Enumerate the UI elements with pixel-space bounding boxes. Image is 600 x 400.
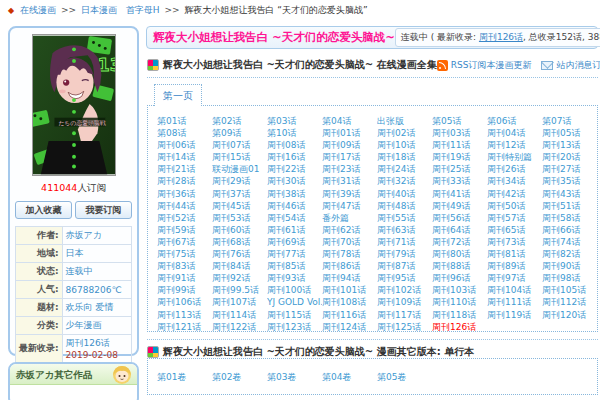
volume-link[interactable]: 第02卷 — [212, 371, 267, 384]
chapter-link[interactable]: 周刊107话 — [212, 296, 267, 308]
chapter-link[interactable]: 周刊特别篇 — [487, 151, 542, 163]
chapter-link[interactable]: 周刊21话 — [157, 163, 212, 175]
chapter-link[interactable]: 周刊53话 — [212, 212, 267, 224]
chapter-link[interactable]: 周刊59话 — [157, 224, 212, 236]
chapter-link[interactable]: 周刊71话 — [377, 236, 432, 248]
chapter-link[interactable]: 第06话 — [487, 115, 542, 127]
chapter-link[interactable]: 周刊02话 — [377, 127, 432, 139]
latest-chapter-link[interactable]: 周刊126话 — [66, 338, 110, 348]
chapter-link[interactable]: 周刊76话 — [212, 248, 267, 260]
chapter-link[interactable]: 周刊68话 — [212, 236, 267, 248]
chapter-link[interactable]: 第05话 — [432, 115, 487, 127]
chapter-link[interactable]: 周刊82话 — [542, 248, 597, 260]
chapter-link[interactable]: 周刊93话 — [267, 272, 322, 284]
chapter-link[interactable]: 周刊74话 — [542, 236, 597, 248]
volume-link[interactable]: 第03卷 — [267, 371, 322, 384]
chapter-link[interactable]: 周刊81话 — [487, 248, 542, 260]
chapter-link[interactable]: 周刊96话 — [432, 272, 487, 284]
chapter-link[interactable]: 周刊32话 — [377, 175, 432, 187]
chapter-link[interactable]: 出张版 — [377, 115, 432, 127]
chapter-link[interactable]: 周刊87话 — [377, 260, 432, 272]
chapter-link[interactable]: 周刊04话 — [487, 127, 542, 139]
chapter-link[interactable]: 周刊05话 — [542, 127, 597, 139]
chapter-link[interactable]: 周刊109话 — [377, 296, 432, 308]
chapter-link[interactable]: 周刊46话 — [267, 200, 322, 212]
chapter-link[interactable]: 周刊06话 — [157, 139, 212, 151]
volume-link[interactable]: 第04卷 — [322, 371, 377, 384]
chapter-link[interactable]: 周刊41话 — [432, 188, 487, 200]
chapter-link[interactable]: 周刊11话 — [432, 139, 487, 151]
add-favorite-button[interactable]: 加入收藏 — [15, 201, 72, 219]
chapter-link[interactable]: 第08话 — [157, 127, 212, 139]
chapter-link[interactable]: 周刊55话 — [377, 212, 432, 224]
chapter-link[interactable]: 周刊19话 — [432, 151, 487, 163]
chapter-link[interactable]: 周刊106话 — [157, 296, 212, 308]
chapter-link[interactable]: 周刊14话 — [157, 151, 212, 163]
chapter-link[interactable]: 周刊22话 — [267, 163, 322, 175]
chapter-link[interactable]: 周刊16话 — [267, 151, 322, 163]
chapter-link[interactable]: 第03话 — [267, 115, 322, 127]
chapter-link[interactable]: 周刊95话 — [377, 272, 432, 284]
chapter-link[interactable]: 周刊48话 — [377, 200, 432, 212]
chapter-link[interactable]: 周刊34话 — [487, 175, 542, 187]
chapter-link[interactable]: 周刊102话 — [377, 284, 432, 296]
chapter-link[interactable]: 周刊30话 — [267, 175, 322, 187]
chapter-link[interactable]: 周刊77话 — [267, 248, 322, 260]
chapter-link[interactable]: 第01话 — [157, 115, 212, 127]
chapter-link[interactable]: 周刊122话 — [212, 321, 267, 333]
chapter-link[interactable]: 周刊108话 — [322, 296, 377, 308]
chapter-link[interactable]: 周刊40话 — [377, 188, 432, 200]
chapter-link[interactable]: 周刊85话 — [267, 260, 322, 272]
chapter-link[interactable]: 周刊111话 — [487, 296, 542, 308]
chapter-link[interactable]: 周刊100话 — [267, 284, 322, 296]
chapter-link[interactable]: 周刊126话 — [432, 321, 487, 333]
chapter-link[interactable]: 周刊99.5话 — [212, 284, 267, 296]
manga-cover-image[interactable]: 13 たちの恋愛頭脳戦 — [32, 34, 116, 176]
chapter-link[interactable]: 周刊101话 — [322, 284, 377, 296]
chapter-link[interactable]: 周刊90话 — [542, 260, 597, 272]
chapter-link[interactable]: 周刊66话 — [542, 224, 597, 236]
chapter-link[interactable]: 周刊45话 — [212, 200, 267, 212]
chapter-link[interactable]: 周刊78话 — [322, 248, 377, 260]
chapter-link[interactable]: 周刊70话 — [322, 236, 377, 248]
chapter-link[interactable]: 周刊07话 — [212, 139, 267, 151]
chapter-link[interactable]: 周刊17话 — [322, 151, 377, 163]
breadcrumb-category-link[interactable]: 日本漫画 — [81, 5, 117, 15]
chapter-link[interactable]: 周刊86话 — [322, 260, 377, 272]
chapter-link[interactable]: 周刊54话 — [267, 212, 322, 224]
chapter-link[interactable]: 周刊125话 — [377, 321, 432, 333]
chapter-link[interactable]: 周刊84话 — [212, 260, 267, 272]
chapter-link[interactable]: 周刊15话 — [212, 151, 267, 163]
chapter-link[interactable]: 联动漫画01 — [212, 163, 267, 175]
chapter-link[interactable]: 周刊27话 — [542, 163, 597, 175]
chapter-link[interactable]: 第02话 — [212, 115, 267, 127]
chapter-link[interactable]: 周刊88话 — [432, 260, 487, 272]
chapter-link[interactable]: 周刊67话 — [157, 236, 212, 248]
chapter-link[interactable]: 周刊10话 — [377, 139, 432, 151]
chapter-link[interactable]: 周刊94话 — [322, 272, 377, 284]
chapter-link[interactable]: 周刊31话 — [322, 175, 377, 187]
chapter-link[interactable]: 周刊42话 — [487, 188, 542, 200]
subscribe-button[interactable]: 我要订阅 — [75, 201, 132, 219]
chapter-link[interactable]: 周刊80话 — [432, 248, 487, 260]
chapter-link[interactable]: 周刊36话 — [157, 188, 212, 200]
volume-link[interactable]: 第01卷 — [157, 371, 212, 384]
tab-page-1[interactable]: 第一页 — [154, 84, 202, 106]
chapter-link[interactable]: 周刊73话 — [487, 236, 542, 248]
chapter-link[interactable]: 周刊64话 — [432, 224, 487, 236]
chapter-link[interactable]: 周刊60话 — [212, 224, 267, 236]
chapter-link[interactable]: 周刊09话 — [322, 139, 377, 151]
chapter-link[interactable]: 周刊115话 — [267, 309, 322, 321]
chapter-link[interactable]: 周刊37话 — [212, 188, 267, 200]
status-link[interactable]: 连载中 — [66, 266, 93, 276]
chapter-link[interactable]: 周刊97话 — [487, 272, 542, 284]
author-link[interactable]: 赤坂アカ — [66, 230, 102, 240]
chapter-link[interactable]: 周刊23话 — [322, 163, 377, 175]
chapter-link[interactable]: 周刊117话 — [377, 309, 432, 321]
chapter-link[interactable]: 周刊01话 — [322, 127, 377, 139]
chapter-link[interactable]: 周刊98话 — [542, 272, 597, 284]
chapter-link[interactable]: 周刊50话 — [487, 200, 542, 212]
chapter-link[interactable]: 周刊99话 — [157, 284, 212, 296]
chapter-link[interactable]: 周刊08话 — [267, 139, 322, 151]
message-subscribe-link[interactable]: 站内消息订阅 — [556, 59, 600, 72]
